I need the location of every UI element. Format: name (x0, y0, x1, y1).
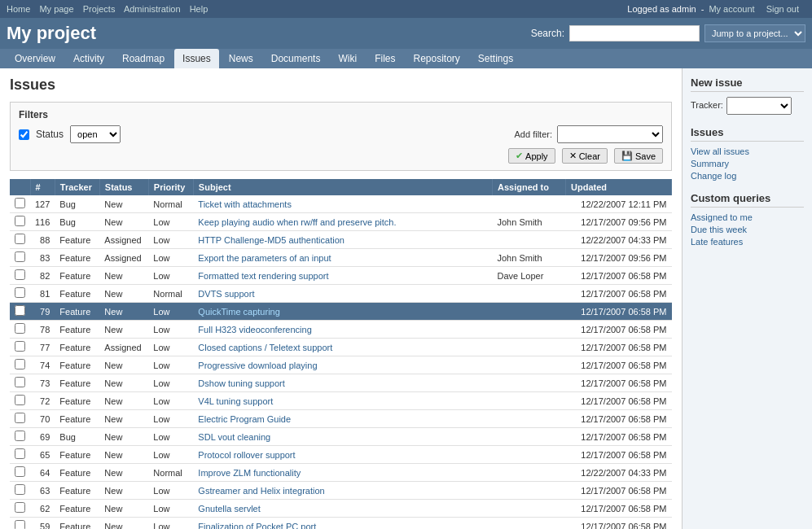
table-row[interactable]: 116 Bug New Low Keep playing audio when … (10, 213, 672, 231)
nav-home[interactable]: Home (7, 4, 30, 14)
row-checkbox[interactable] (15, 431, 25, 441)
row-checkbox[interactable] (15, 251, 25, 262)
table-row[interactable]: 69 Bug New Low SDL vout cleaning 12/17/2… (10, 428, 672, 446)
tab-documents[interactable]: Documents (263, 49, 329, 68)
nav-administration[interactable]: Administration (124, 4, 181, 14)
row-subject: Gnutella servlet (193, 500, 492, 518)
table-row[interactable]: 62 Feature New Low Gnutella servlet 12/1… (10, 500, 672, 518)
col-tracker-header[interactable]: Tracker (55, 179, 99, 195)
table-row[interactable]: 59 Feature New Low Finalization of Pocke… (10, 518, 672, 530)
row-checkbox[interactable] (15, 305, 25, 316)
tab-wiki[interactable]: Wiki (330, 49, 365, 68)
change-log-link[interactable]: Change log (691, 171, 804, 181)
apply-button[interactable]: ✔ Apply (508, 148, 555, 164)
row-checkbox[interactable] (15, 359, 25, 369)
col-updated-header[interactable]: Updated (566, 179, 672, 195)
row-assigned (493, 374, 566, 392)
table-row[interactable]: 82 Feature New Low Formatted text render… (10, 267, 672, 285)
row-subject: SDL vout cleaning (193, 428, 492, 446)
row-subject: Export the parameters of an input (193, 249, 492, 267)
row-checkbox[interactable] (15, 216, 25, 226)
table-row[interactable]: 64 Feature New Normal Improve ZLM functi… (10, 464, 672, 482)
row-status: New (99, 374, 148, 392)
row-checkbox[interactable] (15, 234, 25, 244)
status-filter-select[interactable]: open closed any (70, 125, 121, 143)
col-assigned-header[interactable]: Assigned to (493, 179, 566, 195)
issues-section: Issues View all issues Summary Change lo… (691, 126, 804, 181)
row-checkbox[interactable] (15, 413, 25, 423)
tab-overview[interactable]: Overview (7, 49, 64, 68)
nav-mypage[interactable]: My page (39, 4, 73, 14)
tab-repository[interactable]: Repository (405, 49, 467, 68)
row-priority: Normal (148, 464, 193, 482)
table-row[interactable]: 65 Feature New Low Protocol rollover sup… (10, 446, 672, 464)
header-search: Search: Jump to a project... (531, 24, 805, 42)
row-status: New (99, 195, 148, 213)
view-all-issues-link[interactable]: View all issues (691, 146, 804, 156)
table-row[interactable]: 127 Bug New Normal Ticket with attachmen… (10, 195, 672, 213)
table-row[interactable]: 63 Feature New Low Gstreamer and Helix i… (10, 482, 672, 500)
row-checkbox[interactable] (15, 502, 25, 513)
tab-settings[interactable]: Settings (470, 49, 521, 68)
row-checkbox[interactable] (15, 341, 25, 352)
row-updated: 12/17/2007 09:56 PM (566, 249, 672, 267)
table-row[interactable]: 77 Feature Assigned Low Closed captions … (10, 339, 672, 356)
col-priority-header[interactable]: Priority (148, 179, 193, 195)
row-updated: 12/17/2007 06:58 PM (566, 267, 672, 285)
nav-help[interactable]: Help (190, 4, 208, 14)
save-button[interactable]: 💾 Save (614, 148, 663, 164)
nav-projects[interactable]: Projects (83, 4, 116, 14)
due-this-week-link[interactable]: Due this week (691, 225, 804, 234)
row-checkbox[interactable] (15, 287, 25, 298)
row-priority: Low (148, 500, 193, 518)
row-checkbox[interactable] (15, 198, 25, 208)
logged-as-text: Logged as admin (627, 4, 696, 14)
row-checkbox[interactable] (15, 466, 25, 477)
col-status-header[interactable]: Status (99, 179, 148, 195)
row-checkbox[interactable] (15, 269, 25, 280)
summary-link[interactable]: Summary (691, 159, 804, 168)
sign-out-link[interactable]: Sign out (766, 4, 799, 14)
row-checkbox[interactable] (15, 395, 25, 405)
tab-news[interactable]: News (221, 49, 261, 68)
tab-roadmap[interactable]: Roadmap (114, 49, 173, 68)
table-row[interactable]: 88 Feature Assigned Low HTTP Challenge-M… (10, 231, 672, 249)
assigned-to-me-link[interactable]: Assigned to me (691, 212, 804, 222)
row-checkbox[interactable] (15, 323, 25, 334)
add-filter-select[interactable] (557, 125, 663, 143)
issues-table: # Tracker Status Priority Subject Assign… (10, 179, 672, 529)
row-checkbox[interactable] (15, 484, 25, 495)
row-checkbox[interactable] (15, 448, 25, 459)
row-priority: Low (148, 267, 193, 285)
table-row[interactable]: 78 Feature New Low Full H323 videoconfer… (10, 321, 672, 339)
row-id: 88 (30, 231, 55, 249)
table-row[interactable]: 70 Feature New Low Electric Program Guid… (10, 410, 672, 428)
row-checkbox[interactable] (15, 520, 25, 529)
status-filter-checkbox[interactable] (19, 129, 29, 140)
search-input[interactable] (569, 25, 700, 42)
row-assigned (493, 500, 566, 518)
jump-to-project-select[interactable]: Jump to a project... (704, 24, 805, 42)
row-id: 70 (30, 410, 55, 428)
row-priority: Low (148, 249, 193, 267)
tab-issues[interactable]: Issues (174, 49, 219, 68)
my-account-link[interactable]: My account (709, 4, 754, 14)
tracker-select[interactable]: Bug Feature Support (726, 97, 792, 115)
tab-activity[interactable]: Activity (65, 49, 112, 68)
table-row[interactable]: 81 Feature New Normal DVTS support 12/17… (10, 285, 672, 303)
table-row[interactable]: 83 Feature Assigned Low Export the param… (10, 249, 672, 267)
col-subject-header[interactable]: Subject (193, 179, 492, 195)
row-updated: 12/17/2007 06:58 PM (566, 303, 672, 321)
table-row[interactable]: 72 Feature New Low V4L tuning support 12… (10, 392, 672, 410)
clear-button[interactable]: ✕ Clear (562, 148, 608, 164)
col-id-header[interactable]: # (30, 179, 55, 195)
main-layout: Issues Filters Status open closed any Ad… (0, 68, 812, 529)
table-row[interactable]: 73 Feature New Low Dshow tuning support … (10, 374, 672, 392)
table-row[interactable]: 79 Feature New Low QuickTime capturing 1… (10, 303, 672, 321)
table-row[interactable]: 74 Feature New Low Progressive download … (10, 356, 672, 374)
row-tracker: Feature (55, 231, 99, 249)
row-priority: Low (148, 213, 193, 231)
row-checkbox[interactable] (15, 377, 25, 387)
late-features-link[interactable]: Late features (691, 237, 804, 247)
tab-files[interactable]: Files (366, 49, 403, 68)
